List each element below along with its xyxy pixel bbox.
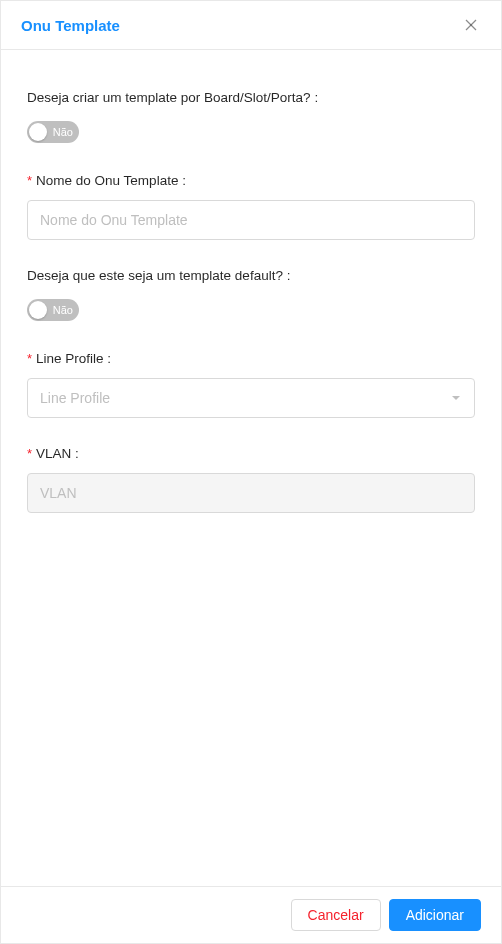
modal-dialog: Onu Template Deseja criar um template po… — [0, 0, 502, 944]
modal-body: Deseja criar um template por Board/Slot/… — [1, 50, 501, 886]
template-name-input[interactable] — [27, 200, 475, 240]
modal-footer: Cancelar Adicionar — [1, 886, 501, 943]
toggle-knob — [29, 301, 47, 319]
field-vlan: *VLAN : — [27, 446, 475, 513]
vlan-label-text: VLAN : — [36, 446, 79, 461]
modal-header: Onu Template — [1, 1, 501, 50]
board-slot-porta-toggle[interactable]: Não — [27, 121, 79, 143]
line-profile-select[interactable]: Line Profile — [27, 378, 475, 418]
board-slot-porta-label: Deseja criar um template por Board/Slot/… — [27, 90, 475, 105]
line-profile-select-wrapper: Line Profile — [27, 378, 475, 418]
required-mark: * — [27, 351, 32, 366]
default-template-toggle[interactable]: Não — [27, 299, 79, 321]
chevron-down-icon — [450, 392, 462, 404]
field-default-template: Deseja que este seja um template default… — [27, 268, 475, 323]
line-profile-label: *Line Profile : — [27, 351, 475, 366]
line-profile-label-text: Line Profile : — [36, 351, 111, 366]
toggle-off-label: Não — [53, 304, 73, 316]
submit-button[interactable]: Adicionar — [389, 899, 481, 931]
template-name-label-text: Nome do Onu Template : — [36, 173, 186, 188]
close-button[interactable] — [461, 15, 481, 35]
line-profile-placeholder: Line Profile — [40, 390, 110, 406]
default-template-label: Deseja que este seja um template default… — [27, 268, 475, 283]
toggle-off-label: Não — [53, 126, 73, 138]
toggle-knob — [29, 123, 47, 141]
field-template-name: *Nome do Onu Template : — [27, 173, 475, 240]
field-board-slot-porta: Deseja criar um template por Board/Slot/… — [27, 90, 475, 145]
template-name-label: *Nome do Onu Template : — [27, 173, 475, 188]
required-mark: * — [27, 446, 32, 461]
vlan-label: *VLAN : — [27, 446, 475, 461]
close-icon — [465, 19, 477, 31]
field-line-profile: *Line Profile : Line Profile — [27, 351, 475, 418]
vlan-input — [27, 473, 475, 513]
cancel-button[interactable]: Cancelar — [291, 899, 381, 931]
modal-title: Onu Template — [21, 17, 120, 34]
required-mark: * — [27, 173, 32, 188]
